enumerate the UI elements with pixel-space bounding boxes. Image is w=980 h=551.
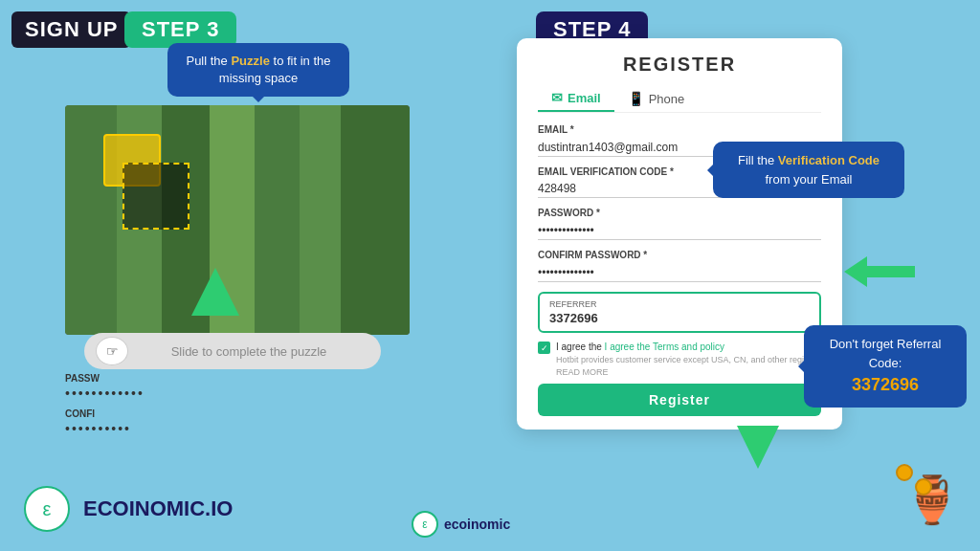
ecoinomic-label-center: ecoinomic: [444, 517, 510, 532]
email-field-label: EMAIL *: [538, 124, 821, 135]
terms-prefix: I agree the: [556, 342, 605, 352]
confirm-password-field-label: CONFIRM PASSWORD *: [538, 250, 821, 260]
arrow-down-referral-icon: [737, 426, 779, 469]
password-field-container: PASSWORD *: [538, 208, 821, 240]
terms-subtext: Hotbit provides customer service except …: [556, 354, 821, 378]
verification-tooltip-highlight: Verification Code: [778, 153, 880, 167]
check-icon: ✓: [541, 343, 548, 353]
terms-checkbox-row: ✓ I agree the I agree the Terms and poli…: [538, 341, 821, 378]
left-confirm-dots: ••••••••••: [65, 421, 410, 436]
arrow-head: [844, 256, 867, 287]
left-password-label: PASSW: [65, 373, 410, 384]
bottom-left-area: ε ECOINOMIC.IO: [24, 486, 233, 532]
terms-link[interactable]: I agree the Terms and policy: [605, 342, 724, 352]
referral-tooltip: Don't forget Referral Code: 3372696: [804, 325, 967, 408]
confirm-password-input[interactable]: [538, 264, 821, 282]
verification-tooltip-before: Fill the: [738, 153, 778, 167]
pull-puzzle-bubble: Pull the Puzzle to fit in the missing sp…: [167, 43, 349, 97]
coin-icon-1: [896, 464, 913, 481]
bottom-center-area: ε ecoinomic: [412, 511, 510, 538]
coin-icon-2: [915, 478, 932, 496]
verification-tooltip-after: from your Email: [765, 172, 852, 187]
arrow-body: [867, 266, 915, 277]
slider-hand-icon: ☞: [106, 343, 119, 359]
terms-text: I agree the I agree the Terms and policy: [556, 341, 821, 354]
referrer-field-container: REFERRER 3372696: [538, 292, 821, 333]
bubble-text-before: Pull the: [186, 54, 231, 68]
puzzle-missing-area: [122, 163, 189, 230]
confirm-password-field-container: CONFIRM PASSWORD *: [538, 250, 821, 282]
password-input[interactable]: [538, 222, 821, 240]
left-form-area: PASSW •••••••••••• CONFI ••••••••••: [65, 373, 410, 436]
left-password-dots: ••••••••••••: [65, 386, 410, 401]
terms-text-container: I agree the I agree the Terms and policy…: [556, 341, 821, 378]
arrow-left-verify-icon: [844, 256, 915, 287]
auth-tabs: ✉ Email 📱 Phone: [538, 85, 821, 113]
logo-icon-center: ε: [422, 518, 427, 531]
password-field-label: PASSWORD *: [538, 208, 821, 218]
referral-tooltip-text: Don't forget Referral Code:: [817, 335, 953, 372]
logo-icon-left: ε: [43, 498, 52, 520]
slider-text: Slide to complete the puzzle: [128, 344, 369, 359]
referrer-value: 3372696: [549, 311, 810, 325]
terms-checkbox[interactable]: ✓: [538, 342, 550, 354]
tab-email[interactable]: ✉ Email: [538, 85, 614, 112]
verification-tooltip: Fill the Verification Code from your Ema…: [713, 142, 904, 198]
register-button[interactable]: Register: [538, 384, 821, 416]
phone-tab-label: Phone: [649, 92, 685, 106]
left-confirm-label: CONFI: [65, 408, 410, 419]
referral-code-highlight: 3372696: [817, 372, 953, 398]
email-tab-icon: ✉: [551, 90, 563, 105]
puzzle-slider[interactable]: ☞ Slide to complete the puzzle: [84, 333, 381, 369]
email-tab-label: Email: [568, 91, 601, 105]
tab-phone[interactable]: 📱 Phone: [614, 85, 699, 112]
bubble-highlight: Puzzle: [231, 54, 269, 68]
arrow-up-icon: [191, 268, 239, 316]
referrer-label: REFERRER: [549, 299, 810, 309]
ecoinomic-label-left: ECOINOMIC.IO: [83, 496, 233, 521]
register-title: REGISTER: [538, 54, 821, 76]
signup-badge: SIGN UP: [11, 11, 131, 48]
ecoinomic-logo-left: ε: [24, 486, 70, 532]
jar-icon: 🏺: [903, 474, 961, 525]
phone-tab-icon: 📱: [628, 91, 644, 106]
slider-handle[interactable]: ☞: [96, 337, 128, 365]
ecoinomic-logo-center: ε: [412, 511, 438, 538]
coins-jar: 🏺: [903, 474, 961, 527]
